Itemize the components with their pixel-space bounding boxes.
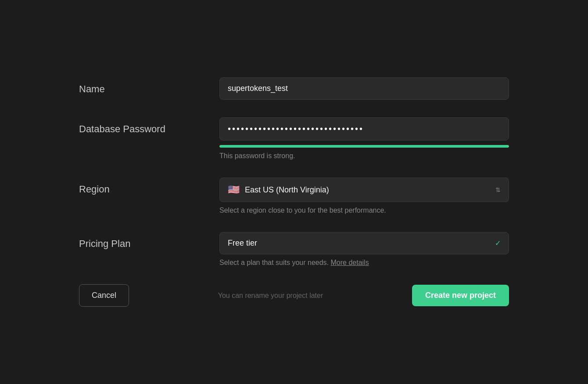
name-label: Name: [79, 77, 219, 95]
pricing-field: Free tier ✓ Select a plan that suits you…: [219, 232, 509, 267]
more-details-link[interactable]: More details: [331, 259, 369, 266]
checkmark-icon: ✓: [495, 239, 501, 247]
footer-hint-text: You can rename your project later: [218, 292, 323, 300]
name-row: Name: [79, 77, 509, 100]
password-hint: This password is strong.: [219, 152, 509, 160]
pricing-value-text: Free tier: [228, 239, 495, 248]
password-strength-bar: [219, 145, 509, 148]
password-input[interactable]: [219, 117, 509, 141]
region-label: Region: [79, 178, 219, 195]
region-select[interactable]: 🇺🇸 East US (North Virginia) ⇅: [219, 178, 509, 202]
password-label: Database Password: [79, 117, 219, 135]
create-project-button[interactable]: Create new project: [412, 285, 509, 306]
region-row: Region 🇺🇸 East US (North Virginia) ⇅ Sel…: [79, 178, 509, 214]
footer-row: Cancel You can rename your project later…: [79, 284, 509, 307]
password-field: This password is strong.: [219, 117, 509, 160]
create-project-form: Name Database Password This password is …: [53, 60, 535, 324]
region-field: 🇺🇸 East US (North Virginia) ⇅ Select a r…: [219, 178, 509, 214]
pricing-label: Pricing Plan: [79, 232, 219, 250]
region-hint: Select a region close to you for the bes…: [219, 206, 509, 214]
region-flag-icon: 🇺🇸: [228, 184, 240, 196]
name-input[interactable]: [219, 77, 509, 100]
pricing-row: Pricing Plan Free tier ✓ Select a plan t…: [79, 232, 509, 267]
password-row: Database Password This password is stron…: [79, 117, 509, 160]
password-strength-fill: [219, 145, 509, 148]
name-field: [219, 77, 509, 100]
chevron-down-icon: ⇅: [495, 186, 501, 193]
pricing-hint: Select a plan that suits your needs. Mor…: [219, 259, 509, 267]
pricing-select[interactable]: Free tier ✓: [219, 232, 509, 254]
cancel-button[interactable]: Cancel: [79, 284, 129, 307]
region-value-text: East US (North Virginia): [245, 185, 490, 195]
